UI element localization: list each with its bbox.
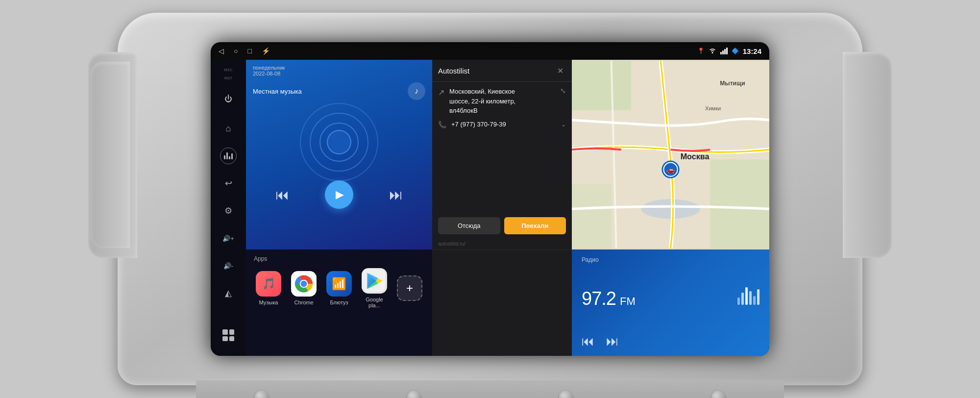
radio-card: Радио 97.2 FM [572, 249, 769, 356]
screen-bezel: M1C RST ⏻ ⌂ ↩ [211, 42, 769, 356]
phone-chevron-icon[interactable]: ⌄ [561, 121, 566, 128]
nav-phone-row: 📞 +7 (977) 370-79-39 ⌄ [438, 121, 566, 128]
mic-label: M1C [224, 68, 233, 72]
radio-next-button[interactable]: ⏭ [606, 334, 619, 349]
nav-direction-icon: ↗ [438, 88, 444, 97]
nav-footer: autostilist.ru/ [432, 238, 572, 249]
eq-button[interactable] [216, 143, 241, 169]
back-nav-btn[interactable]: ◁ [219, 47, 224, 55]
mount-bolt-right [711, 391, 725, 398]
volume-down-button[interactable]: 🔊- [216, 253, 241, 278]
svg-rect-2 [572, 61, 631, 110]
volume-up-button[interactable]: 🔊+ [216, 225, 241, 251]
mount-bolt-center-right [559, 391, 573, 398]
right-ear [850, 62, 889, 248]
nav-action-buttons: Отсюда Поехали [432, 213, 572, 238]
map-svg: Мытищи Химки Москва 🚗 [572, 60, 769, 249]
svg-text:Москва: Москва [681, 152, 710, 161]
nav-card-header: Autostilist ✕ [432, 60, 572, 82]
wifi-status-icon [709, 47, 716, 55]
nav-buttons: ◁ ○ □ ⚡ [219, 47, 270, 55]
nav-address-row: ↗ Московский, Киевское шоссе, 22-й килом… [438, 87, 566, 116]
bluetooth-status-icon: 🔷 [732, 48, 739, 54]
status-icons: 📍 🔷 13:24 [697, 47, 761, 55]
radio-freq-row: 97.2 FM [582, 287, 760, 309]
rst-label: RST [224, 76, 232, 80]
radio-label: Радио [582, 256, 760, 263]
music-play-button[interactable]: ▶ [325, 180, 353, 209]
settings-button[interactable]: ⚙ [216, 198, 241, 224]
svg-rect-3 [710, 159, 769, 248]
car-frame: M1C RST ⏻ ⌂ ↩ [118, 13, 862, 385]
nav-card-body: ↗ Московский, Киевское шоссе, 22-й килом… [432, 82, 572, 213]
nav-address-text: Московский, Киевское шоссе, 22-й километ… [449, 87, 555, 116]
phone-icon: 📞 [438, 121, 446, 128]
radio-wave-visualization [737, 287, 760, 305]
recent-nav-btn[interactable]: □ [247, 47, 251, 55]
nav-card-bottom [432, 249, 572, 356]
svg-point-0 [711, 52, 713, 53]
nav-from-button[interactable]: Отсюда [438, 217, 500, 234]
radio-controls: ⏮ ⏭ [582, 334, 760, 349]
nav-close-button[interactable]: ✕ [554, 65, 566, 76]
music-prev-button[interactable]: ⏮ [275, 187, 289, 203]
svg-point-5 [641, 199, 700, 219]
svg-rect-4 [572, 184, 612, 249]
location-status-icon: 📍 [697, 48, 705, 54]
radio-prev-button[interactable]: ⏮ [582, 334, 594, 349]
usb-nav-btn: ⚡ [262, 47, 270, 55]
mount-bolt-center-left [407, 391, 421, 398]
music-next-button[interactable]: ⏭ [389, 187, 403, 203]
home-nav-btn[interactable]: ○ [234, 47, 238, 55]
nav-title: Autostilist [438, 67, 469, 75]
radio-frequency: 97.2 [582, 288, 616, 309]
svg-text:🚗: 🚗 [666, 165, 675, 174]
svg-text:Химки: Химки [705, 105, 721, 111]
power-button[interactable]: ⏻ [216, 86, 241, 112]
apps-grid-button[interactable] [216, 323, 241, 348]
mount-bolt-left [255, 391, 269, 398]
nav-card: Autostilist ✕ ↗ Московский, Киевское шос… [432, 60, 572, 249]
left-ear [91, 62, 130, 248]
nav-go-button[interactable]: Поехали [504, 217, 566, 234]
status-bar: ◁ ○ □ ⚡ 📍 🔷 13:24 [211, 42, 769, 60]
navigation-button[interactable]: ◭ [216, 280, 241, 306]
bottom-mount [196, 380, 784, 398]
sidebar: M1C RST ⏻ ⌂ ↩ [211, 60, 246, 356]
status-time: 13:24 [743, 47, 761, 55]
home-button[interactable]: ⌂ [216, 116, 241, 141]
radio-band: FM [620, 295, 636, 308]
music-playback-controls: ⏮ ▶ ⏭ [246, 180, 432, 209]
music-card-controls: ⏮ ▶ ⏭ [246, 60, 432, 217]
signal-status-icon [720, 48, 728, 54]
back-button[interactable]: ↩ [216, 171, 241, 196]
music-controls-area [246, 208, 432, 356]
nav-phone-text: +7 (977) 370-79-39 [451, 121, 556, 128]
svg-text:Мытищи: Мытищи [720, 80, 745, 87]
nav-expand-icon[interactable]: ⤡ [560, 87, 566, 95]
map-card[interactable]: Мытищи Химки Москва 🚗 [572, 60, 769, 249]
